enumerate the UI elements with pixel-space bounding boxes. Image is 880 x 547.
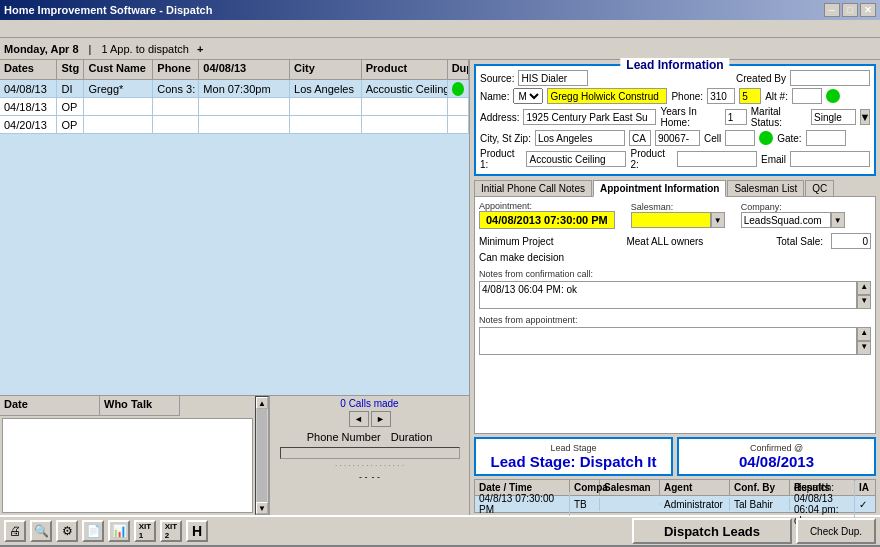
col-dup: Dup: [448, 60, 469, 79]
dispatch-leads-button[interactable]: Dispatch Leads: [632, 518, 792, 544]
scroll-up-btn[interactable]: ▲: [256, 397, 268, 409]
cell-product: Accoustic Ceiling: [362, 80, 448, 97]
document-button[interactable]: 📄: [82, 520, 104, 542]
toolbar: Monday, Apr 8 | 1 App. to dispatch +: [0, 38, 880, 60]
created-by-label: Created By: [736, 73, 786, 84]
lead-stage-box: Lead Stage Lead Stage: Dispatch It: [474, 437, 673, 476]
total-sale-input[interactable]: [831, 233, 871, 249]
minimize-button[interactable]: ─: [824, 3, 840, 17]
list-item[interactable]: 04/20/13 OP: [0, 116, 469, 134]
email-input[interactable]: [790, 151, 870, 167]
list-header: Dates Stg Cust Name Phone 04/08/13 City …: [0, 60, 469, 80]
chart-button[interactable]: 📊: [108, 520, 130, 542]
appt-notes[interactable]: [479, 327, 857, 355]
gate-label: Gate:: [777, 133, 801, 144]
appt-scroll-up[interactable]: ▲: [857, 327, 871, 341]
maximize-button[interactable]: □: [842, 3, 858, 17]
city-input[interactable]: [535, 130, 625, 146]
phone-input[interactable]: [707, 88, 735, 104]
product2-label: Product 2:: [630, 148, 672, 170]
salesman-dropdown-btn[interactable]: ▼: [711, 212, 725, 228]
close-button[interactable]: ✕: [860, 3, 876, 17]
col-ia: IA: [855, 480, 875, 495]
printer-button[interactable]: 🖨: [4, 520, 26, 542]
cell-input[interactable]: [725, 130, 755, 146]
conf-scroll-up[interactable]: ▲: [857, 281, 871, 295]
created-by-input[interactable]: [790, 70, 870, 86]
marital-input[interactable]: [811, 109, 856, 125]
col-agent: Agent: [660, 480, 730, 495]
settings-button[interactable]: ⚙: [56, 520, 78, 542]
cell-ia: ✓: [855, 498, 875, 511]
marital-dropdown-btn[interactable]: ▼: [860, 109, 870, 125]
list-item[interactable]: 04/08/13 DI Gregg* Cons 3: Mon 07:30pm L…: [0, 80, 469, 98]
check-dup-button[interactable]: Check Dup.: [796, 518, 876, 544]
name-prefix-select[interactable]: Mr: [513, 88, 543, 104]
lead-stage-value: Lead Stage: Dispatch It: [480, 453, 667, 470]
calls-made-label: 0 Calls made: [340, 398, 398, 409]
tab-salesman-list[interactable]: Salesman List: [727, 180, 804, 197]
cell-indicator: [759, 131, 773, 145]
company-dropdown-btn[interactable]: ▼: [831, 212, 845, 228]
company-input[interactable]: [741, 212, 831, 228]
list-body: 04/08/13 DI Gregg* Cons 3: Mon 07:30pm L…: [0, 80, 469, 395]
address-input[interactable]: [523, 109, 656, 125]
scroll-track: [257, 409, 267, 502]
scroll-down-btn[interactable]: ▼: [256, 502, 268, 514]
confirmed-label: Confirmed @: [683, 443, 870, 453]
can-decide-label: Can make decision: [479, 252, 564, 263]
cell-salesman-r: [600, 503, 660, 505]
source-label: Source:: [480, 73, 514, 84]
lead-stage-label: Lead Stage: [480, 443, 667, 453]
tab-content-appointment: Appointment: 04/08/2013 07:30:00 PM Sale…: [474, 196, 876, 434]
product1-input[interactable]: [526, 151, 626, 167]
tab-qc[interactable]: QC: [805, 180, 834, 197]
xtt2-button[interactable]: XIT2: [160, 520, 182, 542]
xtt1-button[interactable]: XIT1: [134, 520, 156, 542]
phone-label: Phone:: [671, 91, 703, 102]
source-input[interactable]: [518, 70, 588, 86]
calls-body: [2, 418, 253, 513]
cell-custname: [84, 116, 153, 133]
cell-comp: TB: [570, 498, 600, 511]
cell-stg: OP: [57, 116, 84, 133]
tab-phone-notes[interactable]: Initial Phone Call Notes: [474, 180, 592, 197]
phone-dash-label: - -: [359, 472, 368, 482]
phone-back-btn[interactable]: ◄: [349, 411, 369, 427]
name-input[interactable]: [547, 88, 667, 104]
alt-label: Alt #:: [765, 91, 788, 102]
results-row[interactable]: 04/8/13 07:30:00 PM TB Administrator Tal…: [475, 496, 875, 512]
bottom-toolbar: 🖨 🔍 ⚙ 📄 📊 XIT1 XIT2 H Dispatch Leads Che…: [0, 515, 880, 547]
phone2-input[interactable]: [739, 88, 761, 104]
years-input[interactable]: [725, 109, 747, 125]
list-item[interactable]: 04/18/13 OP: [0, 98, 469, 116]
zip-input[interactable]: [655, 130, 700, 146]
list-scrollbar[interactable]: ▲ ▼: [255, 396, 269, 515]
date-label: Monday, Apr 8: [4, 43, 79, 55]
gate-input[interactable]: [806, 130, 846, 146]
salesman-input[interactable]: [631, 212, 711, 228]
appt-scroll-down[interactable]: ▼: [857, 341, 871, 355]
add-button[interactable]: +: [197, 43, 203, 55]
cell-dup: [448, 116, 469, 133]
alt-input[interactable]: [792, 88, 822, 104]
calls-panel: Date Who Talk: [0, 396, 255, 515]
col-city: City: [290, 60, 362, 79]
tab-appointment-info[interactable]: Appointment Information: [593, 180, 726, 197]
product2-input[interactable]: [677, 151, 757, 167]
cell-appt: [199, 116, 290, 133]
help-button[interactable]: H: [186, 520, 208, 542]
years-label: Years In Home:: [660, 106, 720, 128]
conf-call-notes[interactable]: 4/08/13 06:04 PM: ok: [479, 281, 857, 309]
phone-scroll-track[interactable]: [280, 447, 460, 459]
cell-stg: DI: [57, 80, 84, 97]
phone-forward-btn[interactable]: ►: [371, 411, 391, 427]
search-button[interactable]: 🔍: [30, 520, 52, 542]
lead-info-title: Lead Information: [620, 58, 729, 72]
app-count-label: 1 App. to dispatch: [101, 43, 188, 55]
state-input[interactable]: [629, 130, 651, 146]
conf-scroll-down[interactable]: ▼: [857, 295, 871, 309]
cell-date: 04/08/13: [0, 80, 57, 97]
cell-appt: Mon 07:30pm: [199, 80, 290, 97]
cell-agent: Administrator: [660, 498, 730, 511]
